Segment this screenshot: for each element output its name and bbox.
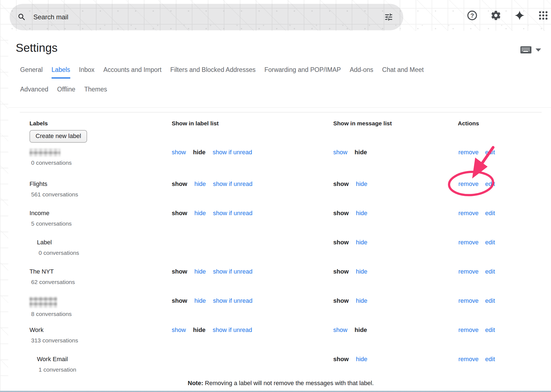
gemini-sparkle-icon[interactable]	[514, 9, 526, 21]
option-hide[interactable]: hide	[194, 209, 206, 217]
option-remove[interactable]: remove	[458, 355, 479, 363]
option-show-if-unread[interactable]: show if unread	[213, 209, 252, 217]
tab-filters-and-blocked-addresses[interactable]: Filters and Blocked Addresses	[170, 66, 256, 79]
tab-advanced[interactable]: Advanced	[20, 86, 48, 97]
option-remove[interactable]: remove	[458, 238, 479, 247]
search-bar[interactable]: Search mail	[10, 4, 403, 30]
option-show-if-unread[interactable]: show if unread	[213, 180, 252, 188]
option-edit[interactable]: edit	[485, 267, 495, 276]
bottom-window-edge	[0, 391, 551, 392]
search-input[interactable]: Search mail	[33, 13, 68, 21]
option-show[interactable]: show	[172, 326, 186, 334]
show-in-label-list-options: showhideshow if unread	[172, 267, 333, 297]
label-name: Work Email	[20, 355, 172, 363]
option-show: show	[333, 180, 349, 188]
note-body: Removing a label will not remove the mes…	[203, 380, 374, 386]
option-edit[interactable]: edit	[485, 238, 495, 247]
table-row: Label0 conversationsshowhideremoveedit	[20, 238, 542, 267]
show-in-label-list-options: showhideshow if unread	[172, 297, 333, 326]
option-remove[interactable]: remove	[458, 267, 479, 276]
label-name: Label	[20, 238, 172, 247]
option-hide[interactable]: hide	[194, 180, 206, 188]
option-remove[interactable]: remove	[458, 148, 479, 156]
option-edit[interactable]: edit	[485, 355, 495, 363]
settings-gear-icon[interactable]	[490, 9, 502, 21]
option-hide[interactable]: hide	[356, 180, 367, 188]
label-cell: 0 conversations	[20, 148, 172, 180]
apps-grid-icon[interactable]	[537, 9, 549, 21]
conversation-count: 0 conversations	[20, 249, 172, 256]
option-show: show	[172, 209, 187, 217]
option-hide[interactable]: hide	[356, 355, 367, 363]
row-actions: removeedit	[458, 326, 542, 355]
table-row: Work313 conversationsshowhideshow if unr…	[20, 326, 542, 355]
tab-add-ons[interactable]: Add-ons	[350, 66, 373, 79]
tab-inbox[interactable]: Inbox	[79, 66, 95, 79]
top-right-icons: ?	[466, 0, 549, 31]
label-name: Income	[20, 209, 172, 217]
show-in-label-list-options	[172, 238, 333, 267]
option-hide[interactable]: hide	[356, 238, 367, 247]
option-show-if-unread[interactable]: show if unread	[213, 326, 252, 334]
label-cell: Label0 conversations	[20, 238, 172, 267]
option-show-if-unread[interactable]: show if unread	[213, 267, 252, 276]
conversation-count: 313 conversations	[20, 337, 172, 344]
option-hide[interactable]: hide	[194, 297, 206, 305]
tab-row-1: GeneralLabelsInboxAccounts and ImportFil…	[20, 66, 551, 79]
option-hide[interactable]: hide	[356, 209, 367, 217]
table-row: Flights561 conversationsshowhideshow if …	[20, 180, 542, 209]
option-show[interactable]: show	[333, 148, 347, 156]
label-rows: 0 conversationsshowhideshow if unreadsho…	[20, 148, 542, 384]
option-show[interactable]: show	[172, 148, 186, 156]
label-cell: 8 conversations	[20, 297, 172, 326]
option-show-if-unread[interactable]: show if unread	[213, 297, 252, 305]
option-hide[interactable]: hide	[194, 267, 206, 276]
conversation-count: 1 conversation	[20, 366, 172, 373]
show-in-message-list-options: showhide	[333, 209, 458, 238]
conversation-count: 561 conversations	[20, 191, 172, 198]
label-cell: Income5 conversations	[20, 209, 172, 238]
tab-chat-and-meet[interactable]: Chat and Meet	[382, 66, 424, 79]
tab-general[interactable]: General	[20, 66, 43, 79]
option-show: show	[172, 267, 187, 276]
option-hide: hide	[354, 148, 367, 156]
label-cell: Flights561 conversations	[20, 180, 172, 209]
row-actions: removeedit	[458, 148, 542, 180]
tab-offline[interactable]: Offline	[57, 86, 75, 97]
tab-forwarding-and-pop-imap[interactable]: Forwarding and POP/IMAP	[264, 66, 341, 79]
redacted-label-name	[29, 149, 60, 156]
option-edit[interactable]: edit	[485, 180, 495, 188]
option-remove[interactable]: remove	[458, 326, 479, 334]
option-hide[interactable]: hide	[356, 267, 367, 276]
option-edit[interactable]: edit	[485, 326, 495, 334]
option-show-if-unread[interactable]: show if unread	[213, 148, 252, 156]
tab-accounts-and-import[interactable]: Accounts and Import	[103, 66, 162, 79]
labels-table: Labels Show in label list Show in messag…	[20, 112, 542, 384]
option-hide[interactable]: hide	[356, 297, 367, 305]
search-options-icon[interactable]	[384, 12, 393, 22]
footer-note: Note: Removing a label will not remove t…	[20, 380, 542, 387]
option-remove[interactable]: remove	[458, 209, 479, 217]
input-tools-toggle[interactable]	[520, 46, 541, 54]
option-edit[interactable]: edit	[485, 297, 495, 305]
option-show[interactable]: show	[333, 326, 347, 334]
table-row: 8 conversationsshowhideshow if unreadsho…	[20, 297, 542, 326]
option-show: show	[333, 355, 349, 363]
label-name	[20, 148, 172, 156]
option-show: show	[333, 297, 349, 305]
conversation-count: 0 conversations	[20, 159, 172, 166]
tab-themes[interactable]: Themes	[84, 86, 107, 97]
show-in-label-list-options: showhideshow if unread	[172, 209, 333, 238]
table-header-row: Labels Show in label list Show in messag…	[20, 112, 542, 127]
tab-labels[interactable]: Labels	[52, 66, 70, 79]
option-remove[interactable]: remove	[458, 297, 479, 305]
create-new-label-button[interactable]: Create new label	[29, 130, 87, 143]
show-in-message-list-options: showhide	[333, 148, 458, 180]
option-edit[interactable]: edit	[485, 209, 495, 217]
table-row: Income5 conversationsshowhideshow if unr…	[20, 209, 542, 238]
option-remove[interactable]: remove	[458, 180, 479, 188]
option-show: show	[333, 267, 349, 276]
column-header-show-in-label-list: Show in label list	[172, 120, 333, 127]
option-edit[interactable]: edit	[485, 148, 495, 156]
help-icon[interactable]: ?	[466, 9, 478, 21]
